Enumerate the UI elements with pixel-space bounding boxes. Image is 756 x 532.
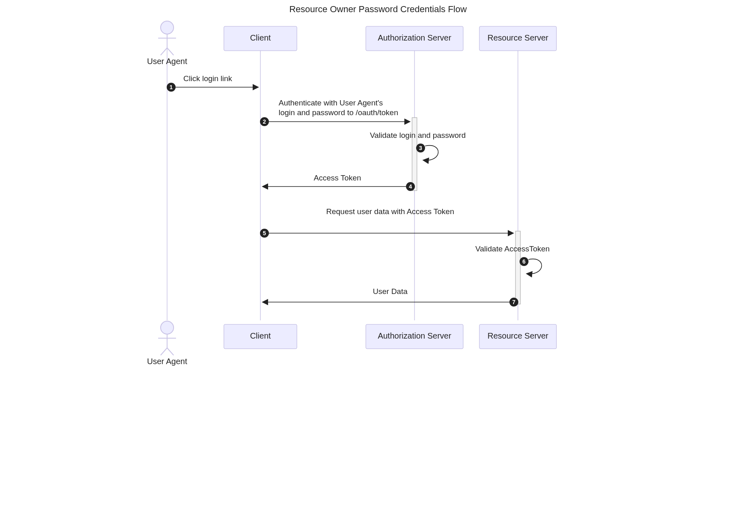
participant-client-bottom: Client (224, 324, 297, 349)
svg-text:6: 6 (522, 258, 526, 265)
svg-text:Request user data with Access : Request user data with Access Token (326, 207, 454, 216)
svg-line-3 (161, 48, 167, 55)
svg-text:Access Token: Access Token (314, 174, 361, 182)
svg-text:login and password to /oauth/t: login and password to /oauth/token (279, 108, 398, 117)
participant-resource-server-top: Resource Server (479, 26, 556, 51)
actor-user-agent-bottom: User Agent (147, 321, 187, 366)
svg-text:3: 3 (419, 145, 422, 151)
participant-auth-server-top: Authorization Server (366, 26, 463, 51)
participant-resource-server-bottom: Resource Server (479, 324, 556, 349)
svg-point-0 (161, 21, 174, 34)
message-2: 2 Authenticate with User Agent's login a… (260, 99, 410, 126)
activation-resource-server (515, 231, 520, 304)
participant-client-top: Client (224, 26, 297, 51)
diagram-title: Resource Owner Password Credentials Flow (289, 4, 467, 14)
svg-text:Authorization Server: Authorization Server (378, 331, 451, 340)
message-1: 1 Click login link (167, 74, 258, 92)
svg-text:1: 1 (170, 84, 173, 90)
actor-user-agent-top-label: User Agent (147, 57, 187, 66)
actor-user-agent-bottom-label: User Agent (147, 357, 187, 366)
svg-text:7: 7 (512, 299, 515, 305)
message-6: Validate AccessToken 6 (475, 245, 550, 274)
svg-text:Client: Client (250, 331, 271, 340)
svg-line-4 (167, 48, 174, 55)
svg-text:2: 2 (263, 118, 266, 125)
svg-text:5: 5 (263, 230, 266, 236)
participant-auth-server-bottom: Authorization Server (366, 324, 463, 349)
message-4: 4 Access Token (263, 174, 415, 191)
svg-text:Click login link: Click login link (183, 74, 232, 83)
svg-text:Validate AccessToken: Validate AccessToken (475, 245, 550, 253)
message-5: 5 Request user data with Access Token (260, 207, 513, 238)
message-7: 7 User Data (263, 287, 518, 307)
svg-text:Authenticate with User Agent's: Authenticate with User Agent's (279, 99, 383, 107)
actor-user-agent-top: User Agent (147, 21, 187, 66)
svg-text:User Data: User Data (373, 287, 408, 296)
svg-line-42 (167, 348, 174, 355)
activation-auth-server (412, 118, 417, 191)
svg-text:Validate login and password: Validate login and password (370, 131, 466, 139)
svg-text:Resource Server: Resource Server (488, 331, 548, 340)
svg-text:Client: Client (250, 33, 271, 42)
svg-text:4: 4 (409, 183, 412, 190)
sequence-diagram: Resource Owner Password Credentials Flow… (118, 0, 638, 377)
svg-text:Resource Server: Resource Server (488, 33, 548, 42)
svg-text:Authorization Server: Authorization Server (378, 33, 451, 42)
svg-line-41 (161, 348, 167, 355)
message-3: Validate login and password 3 (370, 131, 466, 160)
svg-point-38 (161, 321, 174, 334)
